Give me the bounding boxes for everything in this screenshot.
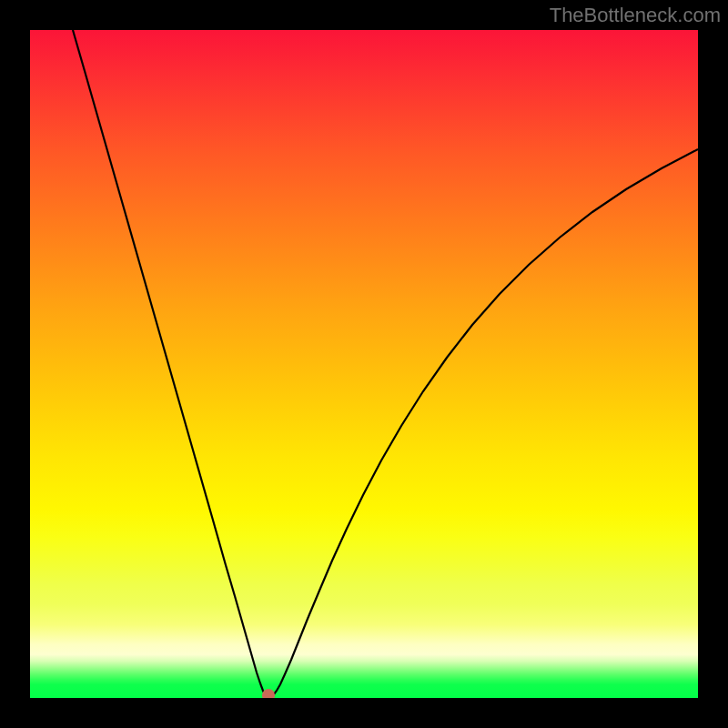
bottleneck-curve: [73, 30, 698, 697]
optimum-marker: [262, 689, 275, 698]
watermark-text: TheBottleneck.com: [550, 4, 721, 27]
plot-gradient-background: [30, 30, 698, 698]
chart-svg: [30, 30, 698, 698]
